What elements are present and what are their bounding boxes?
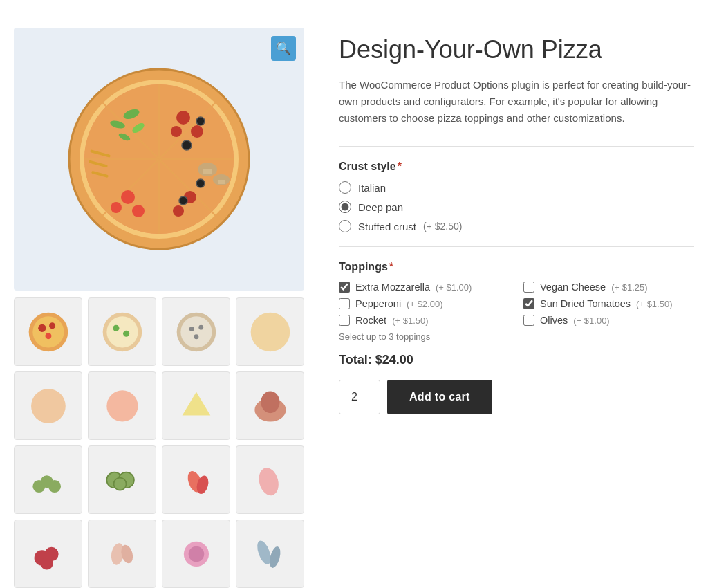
thumb-ingredient6[interactable] [88,445,156,514]
topping-label-extra-mozz: Extra Mozzarella [355,282,430,293]
svg-point-12 [196,117,205,125]
topping-price-pepperoni: (+ $2.00) [407,299,442,309]
thumbnails-grid [14,297,304,588]
topping-checkbox-extra-mozz[interactable] [339,282,350,293]
topping-label-olives: Olives [540,315,568,326]
thumb-ingredient8[interactable] [236,445,304,514]
topping-label-pepperoni: Pepperoni [355,298,401,309]
thumb-ingredient4[interactable] [236,371,304,440]
svg-rect-20 [218,180,225,184]
svg-point-54 [48,479,60,492]
thumb-ingredient2[interactable] [88,371,156,440]
topping-price-rocket: (+ $1.50) [392,315,428,326]
topping-extra-mozz[interactable]: Extra Mozzarella (+ $1.00) [339,282,510,293]
svg-point-40 [123,330,129,336]
crust-label-deeppan: Deep pan [358,201,403,213]
crust-radio-italian[interactable] [339,181,351,194]
topping-checkbox-vegan-cheese[interactable] [523,282,534,293]
svg-point-48 [106,390,138,421]
topping-pepperoni[interactable]: Pepperoni (+ $2.00) [339,298,510,309]
crust-label-italian: Italian [358,182,386,194]
add-to-cart-button[interactable]: Add to cart [387,380,492,414]
thumb-ingredient3[interactable] [162,371,230,440]
svg-point-38 [106,316,138,347]
topping-label-sun-dried: Sun Dried Tomatoes [540,298,631,309]
cart-row: Add to cart [339,380,694,414]
svg-point-34 [38,324,46,331]
svg-point-46 [250,312,290,351]
crust-label: Crust style* [339,160,694,173]
thumb-pizza2[interactable] [88,297,156,366]
total-amount: $24.00 [375,353,413,367]
svg-point-57 [113,477,126,490]
thumb-ingredient11[interactable] [162,520,230,588]
crust-option-italian[interactable]: Italian [339,181,694,194]
thumb-pizza1[interactable] [14,297,82,366]
crust-radio-stuffed[interactable] [339,220,351,232]
crust-option-deeppan[interactable]: Deep pan [339,201,694,213]
thumb-ingredient5[interactable] [14,445,82,514]
svg-point-43 [189,327,194,331]
thumb-pizza4[interactable] [236,297,304,366]
thumb-ingredient9[interactable] [14,520,82,588]
svg-point-39 [113,324,119,331]
topping-label-vegan-cheese: Vegan Cheese [540,282,606,293]
topping-checkbox-olives[interactable] [523,315,534,326]
zoom-icon: 🔍 [276,41,291,56]
divider-1 [339,146,694,147]
product-description: The WooCommerce Product Options plugin i… [339,77,694,127]
toppings-section: Toppings* Extra Mozzarella (+ $1.00) Veg… [339,261,694,342]
svg-point-9 [191,125,203,138]
main-product-image: 🔍 [14,28,304,291]
thumb-ingredient7[interactable] [162,445,230,514]
svg-point-67 [188,546,204,562]
zoom-button[interactable]: 🔍 [271,36,296,61]
topping-olives[interactable]: Olives (+ $1.00) [523,315,694,326]
svg-point-36 [45,333,51,339]
thumb-ingredient10[interactable] [88,520,156,588]
topping-checkbox-rocket[interactable] [339,315,350,326]
svg-point-42 [180,316,212,347]
toppings-required-star: * [389,261,393,273]
toppings-grid: Extra Mozzarella (+ $1.00) Vegan Cheese … [339,282,694,326]
topping-price-vegan-cheese: (+ $1.25) [611,282,647,293]
quantity-input[interactable] [339,380,380,414]
thumb-ingredient12[interactable] [236,520,304,588]
topping-checkbox-pepperoni[interactable] [339,298,350,309]
topping-checkbox-sun-dried[interactable] [523,298,534,309]
svg-point-45 [194,334,198,339]
crust-required-star: * [398,160,402,172]
svg-point-22 [173,205,184,217]
page-container: 🔍 [14,28,694,588]
svg-point-11 [182,140,192,150]
svg-point-23 [196,179,205,187]
left-column: 🔍 [14,28,304,588]
svg-point-33 [32,316,64,347]
thumb-pizza3[interactable] [162,297,230,366]
topping-label-rocket: Rocket [355,315,386,326]
crust-option-stuffed[interactable]: Stuffed crust (+ $2.50) [339,220,694,232]
svg-rect-18 [203,169,212,174]
svg-point-51 [261,391,279,413]
toppings-hint: Select up to 3 toppings [339,331,694,342]
total-label: Total: [339,353,372,367]
right-column: Design-Your-Own Pizza The WooCommerce Pr… [339,28,694,414]
svg-point-8 [176,111,190,125]
svg-point-60 [256,466,281,497]
svg-point-25 [121,190,135,204]
topping-rocket[interactable]: Rocket (+ $1.50) [339,315,510,326]
svg-point-10 [171,126,182,137]
toppings-label: Toppings* [339,261,694,273]
svg-point-26 [132,205,145,217]
thumb-ingredient1[interactable] [14,371,82,440]
crust-radio-group: Italian Deep pan Stuffed crust (+ $2.50) [339,181,694,232]
svg-point-63 [40,557,53,569]
topping-price-olives: (+ $1.00) [573,315,609,326]
crust-section: Crust style* Italian Deep pan Stuffed cr… [339,160,694,232]
svg-marker-49 [182,392,210,415]
divider-2 [339,246,694,247]
topping-sun-dried[interactable]: Sun Dried Tomatoes (+ $1.50) [523,298,694,309]
topping-vegan-cheese[interactable]: Vegan Cheese (+ $1.25) [523,282,694,293]
crust-radio-deeppan[interactable] [339,201,351,213]
product-title: Design-Your-Own Pizza [339,35,694,64]
